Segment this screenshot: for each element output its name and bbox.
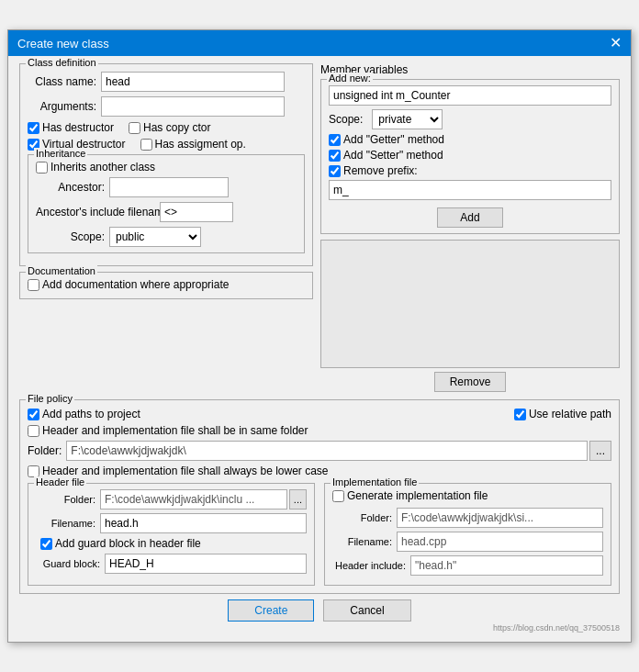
- impl-folder-label: Folder:: [332, 512, 392, 523]
- file-policy-group: File policy Add paths to project Use rel…: [19, 399, 620, 594]
- folder-row: Folder: ...: [28, 441, 611, 461]
- add-paths-label: Add paths to project: [28, 408, 140, 420]
- add-getter-checkbox[interactable]: [329, 134, 341, 146]
- header-impl-layout: Header file Folder: ... Filename: Add: [28, 483, 611, 586]
- ancestor-row: Ancestor:: [36, 177, 297, 197]
- main-layout: Class definition Class name: Arguments: …: [19, 63, 620, 392]
- class-definition-group: Class definition Class name: Arguments: …: [19, 63, 313, 266]
- ancestor-input[interactable]: [109, 177, 229, 197]
- folder-browse-button[interactable]: ...: [589, 441, 611, 461]
- inherits-another-class-label: Inherits another class: [36, 161, 155, 174]
- member-listbox[interactable]: [320, 240, 620, 368]
- inherits-another-class-checkbox[interactable]: [36, 162, 48, 174]
- hf-folder-input[interactable]: [100, 489, 287, 510]
- documentation-section: Documentation Add documentation where ap…: [19, 272, 313, 299]
- add-new-input[interactable]: [329, 85, 611, 106]
- documentation-group: Documentation Add documentation where ap…: [19, 272, 313, 299]
- add-new-scope-row: Scope: private public protected: [329, 109, 611, 129]
- folder-input[interactable]: [66, 441, 588, 461]
- create-button[interactable]: Create: [228, 599, 314, 622]
- impl-generate-row: Generate implementation file: [332, 489, 603, 502]
- class-definition-title: Class definition: [26, 57, 98, 68]
- lower-case-label: Header and implementation file shall alw…: [28, 465, 329, 477]
- same-folder-label: Header and implementation file shall be …: [28, 424, 308, 437]
- has-copy-ctor-checkbox[interactable]: [129, 122, 140, 134]
- add-setter-checkbox[interactable]: [329, 150, 341, 162]
- title-bar: Create new class ✕: [8, 30, 631, 56]
- has-assigment-op-checkbox[interactable]: [140, 139, 152, 151]
- arguments-input[interactable]: [101, 96, 285, 117]
- add-setter-label: Add "Setter" method: [329, 149, 611, 162]
- right-panel: Member variables Add new: Scope: private…: [320, 63, 620, 392]
- scope-row: Scope: public protected private: [36, 227, 297, 247]
- add-new-group: Add new: Scope: private public protected…: [320, 79, 620, 234]
- lower-case-checkbox[interactable]: [28, 465, 39, 477]
- add-new-scope-label: Scope:: [329, 113, 363, 126]
- inherits-row: Inherits another class: [36, 161, 297, 174]
- left-panel: Class definition Class name: Arguments: …: [19, 63, 313, 392]
- use-relative-path-checkbox[interactable]: [514, 409, 526, 420]
- inheritance-title: Inheritance: [34, 148, 87, 159]
- hf-guard-checkbox-row: Add guard block in header file: [40, 537, 307, 550]
- use-relative-path-label: Use relative path: [514, 408, 611, 420]
- add-new-scope-select[interactable]: private public protected: [372, 109, 443, 129]
- guard-block-checkbox[interactable]: [40, 538, 52, 550]
- same-folder-row: Header and implementation file shall be …: [28, 424, 611, 437]
- has-destructor-label: Has destructor: [28, 121, 114, 134]
- remove-prefix-checkbox[interactable]: [329, 165, 341, 177]
- ancestors-include-input[interactable]: [160, 202, 233, 222]
- header-file-group: Header file Folder: ... Filename: Add: [28, 483, 315, 586]
- hf-filename-row: Filename:: [36, 513, 307, 533]
- same-folder-checkbox[interactable]: [28, 425, 39, 437]
- remove-prefix-label: Remove prefix:: [329, 164, 611, 177]
- impl-filename-row: Filename:: [332, 532, 603, 552]
- lower-case-row: Header and implementation file shall alw…: [28, 465, 611, 477]
- hf-folder-row: Folder: ...: [36, 489, 307, 510]
- ancestors-include-label: Ancestor's include filename:: [36, 206, 155, 218]
- add-doc-checkbox[interactable]: [28, 279, 39, 291]
- ancestor-label: Ancestor:: [36, 181, 105, 194]
- header-file-title: Header file: [34, 476, 86, 487]
- generate-impl-checkbox[interactable]: [332, 490, 344, 502]
- documentation-title: Documentation: [26, 265, 97, 276]
- add-doc-label: Add documentation where appropriate: [28, 278, 305, 291]
- create-class-dialog: Create new class ✕ Class definition Clas…: [7, 29, 632, 643]
- inheritance-group: Inheritance Inherits another class Ances…: [28, 154, 305, 253]
- class-name-row: Class name:: [28, 72, 305, 92]
- scope-label: Scope:: [36, 230, 105, 243]
- impl-header-include-label: Header include:: [332, 560, 406, 571]
- scope-select[interactable]: public protected private: [109, 227, 201, 247]
- add-new-title: Add new:: [327, 73, 373, 84]
- impl-folder-input[interactable]: [397, 508, 603, 528]
- add-paths-checkbox[interactable]: [28, 409, 39, 420]
- file-policy-title: File policy: [26, 393, 74, 404]
- guard-block-checkbox-label: Add guard block in header file: [40, 537, 201, 550]
- add-getter-label: Add "Getter" method: [329, 133, 611, 146]
- fp-row-1: Add paths to project Use relative path: [28, 408, 611, 420]
- checkbox-row-1: Has destructor Has copy ctor: [28, 121, 305, 134]
- generate-impl-label: Generate implementation file: [332, 489, 488, 502]
- hf-folder-browse-button[interactable]: ...: [289, 489, 307, 510]
- close-button[interactable]: ✕: [610, 36, 622, 50]
- add-button[interactable]: Add: [437, 207, 502, 228]
- impl-header-include-row: Header include:: [332, 555, 603, 576]
- impl-filename-input[interactable]: [397, 532, 603, 552]
- dialog-body: Class definition Class name: Arguments: …: [8, 56, 631, 642]
- class-name-input[interactable]: [101, 72, 285, 92]
- hf-guard-block-row: Guard block:: [36, 554, 307, 574]
- folder-label: Folder:: [28, 444, 62, 457]
- impl-folder-row: Folder:: [332, 508, 603, 528]
- has-copy-ctor-label: Has copy ctor: [129, 121, 210, 134]
- impl-header-include-input[interactable]: [410, 555, 603, 576]
- remove-button[interactable]: Remove: [434, 372, 507, 392]
- cancel-button[interactable]: Cancel: [323, 599, 410, 622]
- hf-filename-input[interactable]: [100, 513, 307, 533]
- arguments-label: Arguments:: [28, 100, 96, 113]
- impl-filename-label: Filename:: [332, 536, 392, 547]
- guard-block-input[interactable]: [105, 554, 307, 574]
- implementation-file-group: Implementation file Generate implementat…: [324, 483, 611, 586]
- ancestors-include-row: Ancestor's include filename:: [36, 202, 297, 222]
- guard-block-label: Guard block:: [36, 558, 100, 569]
- has-destructor-checkbox[interactable]: [28, 122, 39, 134]
- prefix-input[interactable]: [329, 180, 611, 200]
